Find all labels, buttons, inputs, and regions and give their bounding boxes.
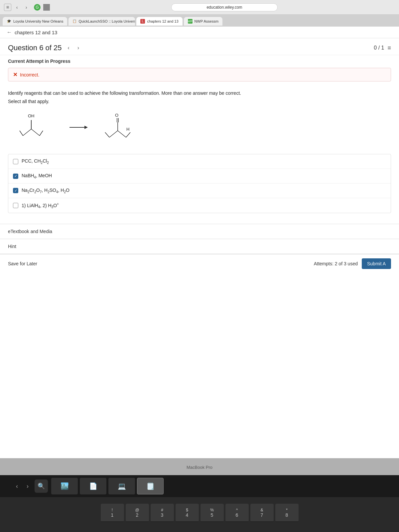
question-title: Question 6 of 25 (8, 44, 62, 52)
svg-line-13 (109, 131, 118, 137)
search-taskbar-button[interactable]: 🔍 (35, 479, 48, 493)
score-display: 0 / 1 (374, 45, 384, 51)
page-nav: ← chapters 12 and 13 (0, 27, 399, 38)
svg-text:OH: OH (28, 113, 35, 118)
forward-button[interactable]: › (23, 4, 30, 11)
reactant-molecule: OH (18, 111, 58, 144)
taskbar-app-1[interactable]: 🏙️ (51, 478, 78, 494)
macbook-area: MacBook Pro ‹ › 🔍 🏙️ 📄 💻 🗒️ ! (0, 458, 399, 532)
feedback-banner: ✕ Incorrect. (8, 68, 391, 81)
key-6-top: ^ (236, 508, 238, 512)
key-4[interactable]: $ 4 (176, 504, 199, 522)
key-5-top: % (210, 508, 214, 512)
key-1-bottom: 1 (111, 512, 114, 518)
save-for-later-button[interactable]: Save for Later (8, 261, 37, 266)
taskbar-app-3-icon: 💻 (118, 482, 126, 490)
browser-nav: ⊞ ‹ › (4, 4, 30, 11)
address-bar[interactable]: education.wiley.com (171, 3, 278, 11)
svg-line-6 (40, 131, 43, 136)
question-header: Question 6 of 25 ‹ › 0 / 1 ≡ (0, 38, 399, 55)
checkbox-liaih4[interactable] (13, 203, 18, 208)
svg-line-17 (126, 132, 130, 137)
keyboard-row-1: ! 1 @ 2 # 3 $ 4 % 5 ^ 6 (13, 504, 386, 522)
key-2[interactable]: @ 2 (126, 504, 149, 522)
taskbar: ‹ › 🔍 🏙️ 📄 💻 🗒️ (0, 475, 399, 497)
tab-label-quick: QuickLaunchSSO :: Loyola University Ne..… (78, 19, 135, 23)
tab-loyola[interactable]: 🎓 Loyola University New Orleans (3, 17, 67, 26)
submit-button[interactable]: Submit A (362, 258, 391, 269)
back-button[interactable]: ‹ (13, 4, 21, 11)
product-molecule: O H (98, 111, 144, 144)
taskbar-app-2-icon: 📄 (89, 482, 97, 490)
select-all-label: Select all that apply. (8, 99, 391, 104)
prev-question-button[interactable]: ‹ (66, 44, 71, 52)
svg-line-16 (105, 132, 109, 137)
feedback-text: Incorrect. (20, 72, 39, 77)
hint-section[interactable]: Hint (0, 239, 399, 254)
tab-quicklaunch[interactable]: 📋 QuickLaunchSSO :: Loyola University Ne… (68, 17, 135, 26)
tab-favicon-quick: 📋 (72, 19, 76, 24)
score-area: 0 / 1 ≡ (374, 45, 391, 52)
checkbox-pcc[interactable] (13, 159, 18, 164)
choice-text-pcc: PCC, CH2Cl2 (22, 158, 49, 165)
list-icon[interactable]: ≡ (387, 45, 391, 52)
key-2-bottom: 2 (136, 512, 139, 518)
key-6[interactable]: ^ 6 (225, 504, 249, 522)
key-8-bottom: 8 (286, 512, 288, 518)
tab-nwp[interactable]: WP NWP Assessm (184, 17, 223, 26)
key-7[interactable]: & 7 (250, 504, 274, 522)
svg-text:H: H (126, 127, 129, 132)
taskbar-back[interactable]: ‹ (13, 482, 21, 490)
choice-nabh4[interactable]: NaBH4, MeOH (8, 169, 391, 184)
tab-label-chapters: chapters 12 and 13 (147, 19, 178, 23)
key-3-top: # (161, 508, 163, 512)
tab-label-nwp: NWP Assessm (195, 19, 219, 23)
key-3[interactable]: # 3 (151, 504, 174, 522)
choice-na2cr2o7[interactable]: Na2Cr2O7, H2SO4, H2O (8, 184, 391, 198)
tab-favicon-loyola: 🎓 (7, 19, 11, 24)
key-1[interactable]: ! 1 (101, 504, 124, 522)
checkbox-nabh4[interactable] (13, 174, 18, 179)
taskbar-app-1-icon: 🏙️ (61, 482, 69, 490)
browser-chrome: ⊞ ‹ › G education.wiley.com (0, 0, 399, 15)
tab-favicon-nwp: WP (188, 19, 193, 24)
attempts-text: Attempts: 2 of 3 used (314, 261, 358, 266)
etextbook-label: eTextbook and Media (8, 229, 52, 234)
answer-choices: PCC, CH2Cl2 NaBH4, MeOH Na2Cr2O7, H2SO4,… (8, 154, 391, 213)
key-5[interactable]: % 5 (200, 504, 224, 522)
svg-line-14 (118, 131, 126, 137)
tab-icon (43, 4, 50, 11)
reaction-diagram: OH O (18, 111, 391, 144)
svg-marker-8 (84, 126, 88, 129)
key-5-bottom: 5 (211, 512, 213, 518)
key-1-top: ! (112, 508, 113, 512)
svg-line-2 (23, 129, 31, 136)
choice-text-nabh4: NaBH4, MeOH (22, 173, 52, 179)
choice-pcc[interactable]: PCC, CH2Cl2 (8, 154, 391, 169)
choice-liaih4[interactable]: 1) LiAlH4, 2) H3O+ (8, 198, 391, 213)
tab-favicon-chapters: L (140, 19, 145, 24)
etextbook-section[interactable]: eTextbook and Media (0, 224, 399, 239)
tab-label-loyola: Loyola University New Orleans (13, 19, 63, 23)
taskbar-app-2[interactable]: 📄 (80, 478, 106, 494)
key-7-top: & (260, 508, 263, 512)
back-link-label[interactable]: chapters 12 and 13 (15, 30, 57, 35)
google-icon: G (34, 4, 41, 11)
tab-chapters[interactable]: L chapters 12 and 13 (136, 17, 182, 26)
key-7-bottom: 7 (261, 512, 263, 518)
bottom-bar: Save for Later Attempts: 2 of 3 used Sub… (0, 254, 399, 273)
key-3-bottom: 3 (161, 512, 164, 518)
hint-label: Hint (8, 244, 16, 249)
question-text: Identify reagents that can be used to ac… (8, 89, 391, 97)
taskbar-app-4[interactable]: 🗒️ (137, 478, 164, 494)
taskbar-app-3[interactable]: 💻 (108, 478, 135, 494)
reaction-arrow (68, 122, 88, 132)
checkbox-na2cr2o7[interactable] (13, 188, 18, 193)
sidebar-button[interactable]: ⊞ (4, 4, 11, 11)
page-content: ← chapters 12 and 13 Question 6 of 25 ‹ … (0, 27, 399, 458)
next-question-button[interactable]: › (75, 44, 81, 52)
key-8[interactable]: * 8 (275, 504, 299, 522)
right-bottom-area: Attempts: 2 of 3 used Submit A (314, 258, 391, 269)
question-body: Identify reagents that can be used to ac… (0, 84, 399, 224)
taskbar-forward[interactable]: › (24, 482, 31, 490)
